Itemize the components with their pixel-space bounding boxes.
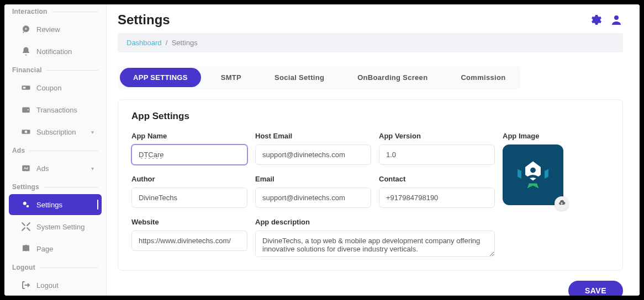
sidebar-item-page[interactable]: Page [9, 238, 102, 259]
user-profile-icon[interactable] [610, 13, 623, 26]
field-app-name: App Name [131, 132, 247, 165]
input-contact[interactable] [379, 188, 495, 208]
label-app-name: App Name [131, 132, 247, 140]
tools-icon [21, 222, 31, 232]
tab-onboarding-screen[interactable]: OnBoarding Screen [344, 68, 441, 87]
wallet-icon [21, 105, 31, 115]
label-app-description: App description [255, 218, 495, 226]
svg-point-13 [614, 15, 619, 20]
input-app-version[interactable] [379, 144, 495, 165]
nav-label: Settings [36, 201, 62, 209]
sidebar-item-system-setting[interactable]: System Setting [9, 216, 102, 237]
nav-label: Subscription [36, 128, 76, 136]
chat-icon: + [21, 24, 31, 34]
svg-text:+: + [25, 26, 28, 31]
input-app-description[interactable] [255, 231, 495, 257]
settings-gear-icon[interactable] [589, 13, 602, 26]
save-button[interactable]: SAVE [568, 281, 623, 296]
nav-label: Coupon [36, 84, 62, 92]
sidebar-item-notification[interactable]: Notification [9, 41, 102, 62]
svg-point-10 [23, 202, 27, 205]
gears-icon [21, 200, 31, 210]
nav-label: Logout [36, 281, 59, 290]
field-host-email: Host Email [255, 132, 371, 165]
upload-image-button[interactable] [555, 196, 569, 211]
svg-point-7 [25, 131, 28, 133]
input-app-name[interactable] [131, 144, 247, 165]
page-title: Settings [118, 12, 170, 28]
label-contact: Contact [379, 175, 495, 183]
tabs: APP SETTINGS SMTP Social Setting OnBoard… [118, 66, 521, 89]
field-app-description: App description [255, 218, 495, 259]
nav-label: Transactions [36, 106, 77, 114]
tab-smtp[interactable]: SMTP [208, 68, 255, 87]
label-app-image: App Image [503, 132, 609, 140]
sidebar-item-review[interactable]: + Review [9, 19, 102, 40]
field-app-version: App Version [379, 132, 495, 165]
label-host-email: Host Email [255, 132, 371, 140]
input-author[interactable] [131, 188, 247, 208]
main-content: Settings Dashboard / Settings APP SETTIN… [107, 4, 640, 296]
nav-label: Notification [36, 47, 72, 56]
sidebar-item-subscription[interactable]: Subscription ▾ [9, 121, 102, 142]
nav-label: Page [36, 245, 53, 253]
svg-rect-3 [23, 87, 26, 89]
label-website: Website [131, 218, 247, 226]
label-author: Author [131, 175, 247, 183]
ad-icon: Ad [21, 163, 31, 173]
input-email[interactable] [255, 188, 371, 208]
svg-point-12 [25, 245, 27, 247]
sidebar-item-transactions[interactable]: Transactions [9, 99, 102, 120]
chevron-down-icon: ▾ [91, 165, 94, 172]
svg-point-14 [530, 168, 536, 173]
svg-text:Ad: Ad [24, 167, 28, 170]
breadcrumb-home[interactable]: Dashboard [126, 39, 162, 47]
section-interaction: Interaction [4, 4, 106, 18]
app-image-preview [503, 144, 563, 205]
field-website: Website [131, 218, 247, 251]
section-financial: Financial [4, 63, 106, 76]
section-settings: Settings [4, 180, 106, 193]
field-contact: Contact [379, 175, 495, 208]
sidebar-item-ads[interactable]: Ad Ads ▾ [9, 158, 102, 179]
section-ads: Ads [4, 143, 106, 157]
book-icon [21, 244, 31, 254]
nav-label: Ads [36, 164, 49, 173]
svg-point-5 [28, 109, 29, 110]
tab-commission[interactable]: Commission [447, 68, 519, 87]
cash-icon [21, 127, 31, 137]
field-app-image: App Image [503, 132, 609, 205]
tab-app-settings[interactable]: APP SETTINGS [120, 68, 201, 87]
svg-point-11 [27, 205, 29, 208]
nav-label: Review [36, 25, 60, 34]
breadcrumb: Dashboard / Settings [118, 33, 623, 52]
label-app-version: App Version [379, 132, 495, 140]
card-title: App Settings [131, 111, 609, 122]
sidebar: Interaction + Review Notification Financ… [4, 4, 107, 296]
logout-icon [21, 280, 31, 290]
field-email: Email [255, 175, 371, 208]
label-email: Email [255, 175, 371, 183]
tab-social-setting[interactable]: Social Setting [261, 68, 337, 87]
section-logout: Logout [4, 260, 106, 274]
app-settings-card: App Settings App Name Host Email App Ver… [118, 99, 623, 271]
input-host-email[interactable] [255, 144, 371, 165]
chevron-down-icon: ▾ [91, 129, 94, 135]
sidebar-item-logout[interactable]: Logout [9, 275, 102, 296]
ticket-icon [21, 83, 31, 93]
breadcrumb-current: Settings [172, 39, 198, 47]
nav-label: System Setting [36, 223, 85, 231]
input-website[interactable] [131, 231, 247, 251]
field-author: Author [131, 175, 247, 208]
sidebar-item-coupon[interactable]: Coupon [9, 77, 102, 98]
sidebar-item-settings[interactable]: Settings [9, 194, 102, 215]
bell-icon [21, 46, 31, 56]
